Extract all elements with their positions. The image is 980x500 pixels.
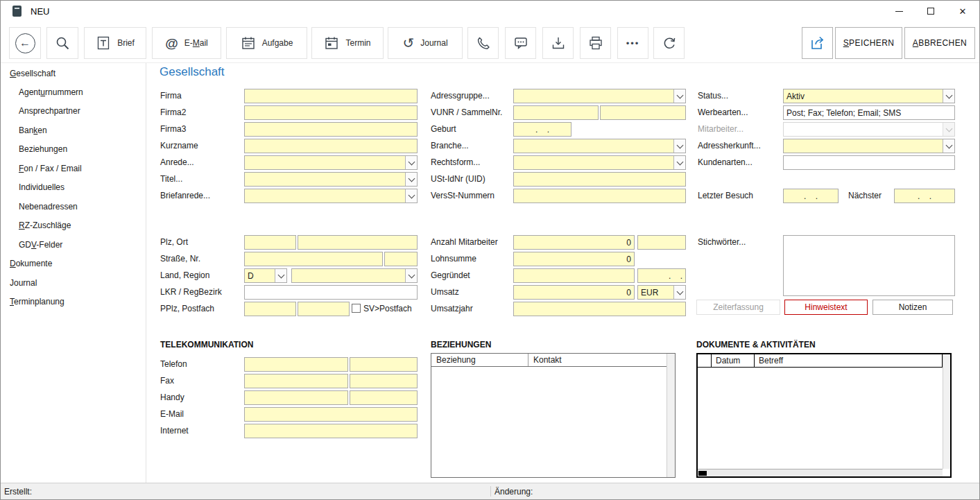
fax-vorwahl-input[interactable] xyxy=(244,374,348,388)
chevron-down-icon[interactable] xyxy=(673,89,685,103)
waehrung-select[interactable]: EUR xyxy=(637,285,686,300)
gegruendet-input[interactable] xyxy=(513,268,635,283)
chevron-down-icon[interactable] xyxy=(275,269,286,282)
refresh-button[interactable] xyxy=(653,27,685,59)
firma3-input[interactable] xyxy=(244,122,418,137)
kurzname-input[interactable] xyxy=(244,139,418,153)
sidebar-item-beziehungen[interactable]: Beziehungen xyxy=(19,144,67,154)
fax-nummer-input[interactable] xyxy=(350,374,418,388)
maximize-button[interactable] xyxy=(915,1,947,21)
hinweistext-button[interactable]: Hinweistext xyxy=(784,300,868,315)
telefon-vorwahl-input[interactable] xyxy=(244,357,348,372)
strasse-input[interactable] xyxy=(244,252,383,266)
sidebar-item-dokumente[interactable]: Dokumente xyxy=(10,259,52,268)
anrede-select[interactable] xyxy=(244,155,418,170)
sidebar-item-journal[interactable]: Journal xyxy=(10,278,37,288)
column-header-icon[interactable] xyxy=(698,354,712,367)
anzahl-mitarbeiter-extra-input[interactable] xyxy=(637,235,686,250)
briefanrede-select[interactable] xyxy=(244,189,418,203)
hausnr-input[interactable] xyxy=(384,252,418,266)
handy-vorwahl-input[interactable] xyxy=(244,390,348,405)
share-button[interactable] xyxy=(802,27,833,59)
chevron-down-icon[interactable] xyxy=(405,189,417,202)
notizen-button[interactable]: Notizen xyxy=(872,300,953,315)
email-button[interactable]: @ E-Mail xyxy=(152,27,221,59)
column-header-betreff[interactable]: Betreff xyxy=(755,354,943,367)
plz-input[interactable] xyxy=(244,235,296,250)
firma2-input[interactable] xyxy=(244,105,418,120)
vunr-input[interactable] xyxy=(513,105,599,120)
save-button[interactable]: SPEICHERN xyxy=(835,27,902,59)
anzahl-mitarbeiter-input[interactable]: 0 xyxy=(513,235,635,250)
sidebar-item-rz-zuschlaege[interactable]: RZ-Zuschläge xyxy=(19,221,71,230)
gegruendet-datum-input[interactable]: . . xyxy=(637,268,686,283)
chevron-down-icon[interactable] xyxy=(405,269,417,282)
aufgabe-button[interactable]: Aufgabe xyxy=(226,27,307,59)
sidebar-item-gesellschaft[interactable]: Gesellschaft xyxy=(10,69,55,78)
sidebar-item-banken[interactable]: Banken xyxy=(19,126,47,135)
phone-button[interactable] xyxy=(467,27,499,59)
chevron-down-icon[interactable] xyxy=(673,139,685,153)
column-header-kontakt[interactable]: Kontakt xyxy=(528,354,667,366)
print-button[interactable] xyxy=(580,27,611,59)
umsatz-input[interactable]: 0 xyxy=(513,285,635,300)
import-button[interactable] xyxy=(542,27,574,59)
dokumente-scrollbar-thumb[interactable] xyxy=(698,471,707,476)
ustid-input[interactable] xyxy=(513,172,686,187)
sidebar-item-ansprechpartner[interactable]: Ansprechpartner xyxy=(19,106,80,116)
beziehungen-table[interactable]: Beziehung Kontakt xyxy=(431,353,676,478)
adressherkunft-select[interactable] xyxy=(783,139,955,153)
brief-button[interactable]: Brief xyxy=(84,27,146,59)
umsatzjahr-input[interactable] xyxy=(513,302,686,316)
sidebar-item-gdv-felder[interactable]: GDV-Felder xyxy=(19,240,62,250)
firma-input[interactable] xyxy=(244,89,418,103)
sammelnr-input[interactable] xyxy=(600,105,686,120)
werbearten-input[interactable]: Post; Fax; Telefon; Email; SMS xyxy=(783,105,955,120)
column-header-beziehung[interactable]: Beziehung xyxy=(431,354,528,366)
naechster-besuch-input[interactable]: . . xyxy=(894,189,955,203)
chat-button[interactable] xyxy=(505,27,536,59)
search-button[interactable] xyxy=(46,27,78,59)
region-select[interactable] xyxy=(291,268,418,283)
beziehungen-vertical-scrollbar[interactable] xyxy=(667,354,675,477)
email-input[interactable] xyxy=(244,407,418,422)
chevron-down-icon[interactable] xyxy=(673,286,685,299)
rechtsform-select[interactable] xyxy=(513,155,686,170)
termin-button[interactable]: Termin xyxy=(311,27,384,59)
zeiterfassung-button[interactable]: Zeiterfassung xyxy=(696,300,780,315)
dokumente-vertical-scrollbar[interactable] xyxy=(943,354,950,469)
more-button[interactable]: ••• xyxy=(617,27,648,59)
sidebar-item-fon-fax-email[interactable]: Fon / Fax / Email xyxy=(19,164,82,173)
chevron-down-icon[interactable] xyxy=(943,89,954,103)
status-select[interactable]: Aktiv xyxy=(783,89,955,103)
cancel-button[interactable]: ABBRECHEN xyxy=(904,27,975,59)
kundenarten-input[interactable] xyxy=(783,155,955,170)
close-button[interactable]: ✕ xyxy=(947,1,979,21)
postfach-input[interactable] xyxy=(298,302,350,316)
pplz-input[interactable] xyxy=(244,302,296,316)
chevron-down-icon[interactable] xyxy=(405,156,417,169)
journal-button[interactable]: ↺ Journal xyxy=(388,27,463,59)
land-select[interactable]: D xyxy=(244,268,287,283)
letzter-besuch-input[interactable]: . . xyxy=(783,189,839,203)
back-button[interactable]: ← xyxy=(9,27,41,59)
sidebar-item-individuelles[interactable]: Individuelles xyxy=(19,182,65,192)
lkr-input[interactable] xyxy=(244,285,418,300)
sidebar-item-terminplanung[interactable]: Terminplanung xyxy=(10,297,65,307)
adressgruppe-select[interactable] xyxy=(513,89,686,103)
ort-input[interactable] xyxy=(298,235,418,250)
chevron-down-icon[interactable] xyxy=(405,173,417,186)
dokumente-horizontal-scrollbar[interactable] xyxy=(698,469,943,476)
minimize-button[interactable] xyxy=(883,1,915,21)
titel-select[interactable] xyxy=(244,172,418,187)
chevron-down-icon[interactable] xyxy=(943,139,954,153)
sv-postfach-checkbox[interactable] xyxy=(352,304,361,313)
column-header-datum[interactable]: Datum xyxy=(712,354,755,367)
sidebar-item-agenturnummern[interactable]: Agenturnummern xyxy=(19,87,83,97)
branche-select[interactable] xyxy=(513,139,686,153)
geburt-input[interactable]: . . xyxy=(513,122,571,137)
stichwoerter-textarea[interactable] xyxy=(783,235,955,296)
beziehungen-table-body[interactable] xyxy=(431,367,667,477)
internet-input[interactable] xyxy=(244,424,418,438)
handy-nummer-input[interactable] xyxy=(350,390,418,405)
